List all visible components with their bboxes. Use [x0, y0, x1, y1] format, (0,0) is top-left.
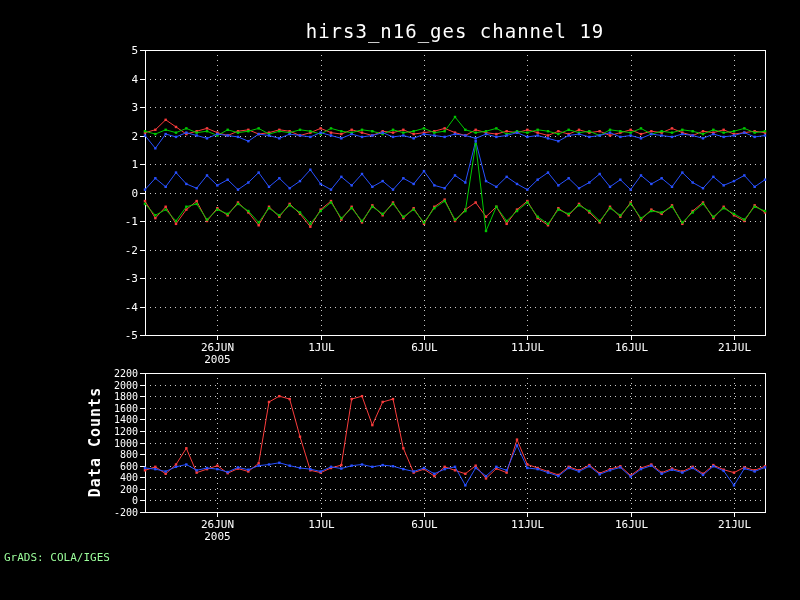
- y-tick-label: 1600: [94, 404, 138, 414]
- x-tick-label: 21JUL: [705, 519, 765, 530]
- y-tick-label: -200: [94, 508, 138, 518]
- y-tick-label: 2: [94, 131, 138, 142]
- x-tick-label: 26JUN: [188, 342, 248, 353]
- x-tick-year-label: 2005: [188, 354, 248, 365]
- x-tick-label: 11JUL: [498, 519, 558, 530]
- y-tick-label: 0: [94, 188, 138, 199]
- y-tick-label: -5: [94, 330, 138, 341]
- x-tick-label: 21JUL: [705, 342, 765, 353]
- y-tick-label: -1: [94, 216, 138, 227]
- y-tick-label: 0: [94, 496, 138, 506]
- y-tick-label: 800: [94, 450, 138, 460]
- y-tick-label: -4: [94, 302, 138, 313]
- y-tick-label: -3: [94, 273, 138, 284]
- y-tick-label: 1200: [94, 427, 138, 437]
- x-tick-label: 1JUL: [292, 519, 352, 530]
- y-tick-label: 1400: [94, 415, 138, 425]
- y-tick-label: 3: [94, 102, 138, 113]
- x-tick-label: 16JUL: [602, 342, 662, 353]
- y-tick-label: 5: [94, 45, 138, 56]
- x-tick-year-label: 2005: [188, 531, 248, 542]
- x-tick-label: 6JUL: [395, 342, 455, 353]
- y-tick-label: 600: [94, 462, 138, 472]
- y-tick-label: 1800: [94, 392, 138, 402]
- chart-title: hirs3_n16_ges channel 19: [145, 20, 765, 42]
- y-tick-label: 200: [94, 485, 138, 495]
- grads-plot-window: hirs3_n16_ges channel 19 Data Counts GrA…: [0, 0, 800, 600]
- x-tick-label: 11JUL: [498, 342, 558, 353]
- y-tick-label: 1000: [94, 439, 138, 449]
- y-tick-label: -2: [94, 245, 138, 256]
- x-tick-label: 1JUL: [292, 342, 352, 353]
- x-tick-label: 6JUL: [395, 519, 455, 530]
- x-tick-label: 16JUL: [602, 519, 662, 530]
- y-tick-label: 1: [94, 159, 138, 170]
- y-tick-label: 2200: [94, 369, 138, 379]
- y-tick-label: 4: [94, 74, 138, 85]
- x-tick-label: 26JUN: [188, 519, 248, 530]
- y-tick-label: 400: [94, 473, 138, 483]
- y-tick-label: 2000: [94, 381, 138, 391]
- grads-credit: GrADS: COLA/IGES: [4, 551, 110, 564]
